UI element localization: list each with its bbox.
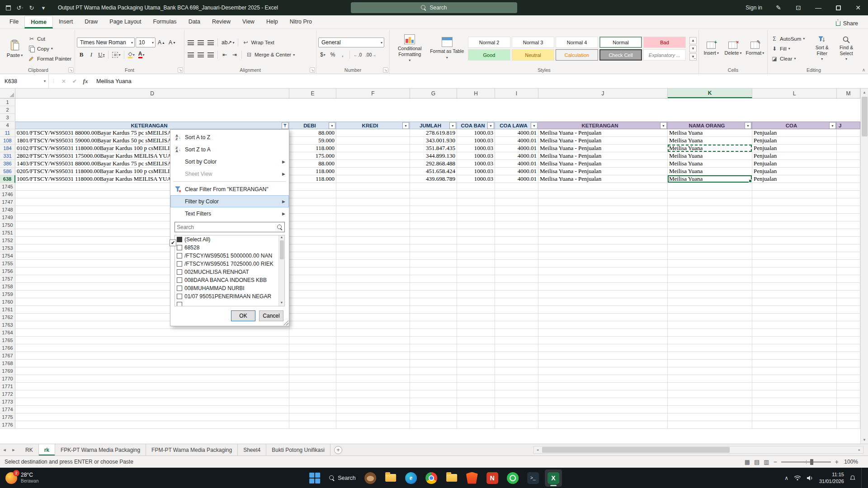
redo-icon[interactable]: ↻: [26, 2, 37, 13]
cell-H1776[interactable]: [457, 421, 495, 429]
cell-I1763[interactable]: [495, 321, 538, 329]
cell-E1755[interactable]: [289, 260, 336, 267]
row-header-1750[interactable]: 1750: [0, 221, 15, 229]
cell-H331[interactable]: 1000.03: [457, 152, 495, 160]
hidden-icons-chevron[interactable]: ∧: [784, 475, 788, 481]
merge-center-button[interactable]: ⊟Merge & Center▾: [244, 50, 296, 60]
cell-L1759[interactable]: [752, 291, 837, 298]
cell-I1771[interactable]: [495, 383, 538, 390]
cell-style-bad[interactable]: Bad: [643, 37, 686, 48]
ribbon-tab-home[interactable]: Home: [24, 16, 53, 28]
cell-K1752[interactable]: [668, 237, 752, 244]
row-header-1756[interactable]: 1756: [0, 267, 15, 275]
comma-style-button[interactable]: ,: [338, 50, 347, 60]
format-as-table-button[interactable]: Format as Table▾: [429, 31, 466, 66]
sheet-tab-bukti-potong-unifikasi[interactable]: Bukti Potong Unifikasi: [266, 444, 330, 455]
cell-K184[interactable]: Meilisa Yuana: [668, 145, 752, 152]
cell-K1757[interactable]: [668, 275, 752, 283]
paste-button[interactable]: Paste▾: [4, 31, 26, 66]
cell-E1756[interactable]: [289, 267, 336, 275]
cell-style-good[interactable]: Good: [468, 49, 510, 61]
cell-F108[interactable]: [336, 137, 410, 145]
start-button[interactable]: [306, 469, 323, 487]
cell-E1772[interactable]: [289, 390, 336, 398]
cell-L11[interactable]: Penjualan: [752, 129, 837, 137]
header-cell-K[interactable]: NAMA ORANG▼: [668, 122, 752, 129]
cell-L2[interactable]: [752, 106, 837, 114]
cell-L1773[interactable]: [752, 398, 837, 406]
cell-G1762[interactable]: [410, 314, 457, 321]
cell-H1772[interactable]: [457, 390, 495, 398]
row-header-108[interactable]: 108: [0, 137, 15, 145]
cell-M1753[interactable]: [837, 244, 860, 252]
row-header-1758[interactable]: 1758: [0, 283, 15, 291]
cell-I586[interactable]: 4000.01: [495, 168, 538, 175]
menu-sort-by-color[interactable]: Sort by Color ▶: [170, 155, 289, 168]
conditional-formatting-button[interactable]: Conditional Formatting▾: [392, 31, 428, 66]
zoom-slider-thumb[interactable]: [810, 459, 813, 465]
cell-L1766[interactable]: [752, 344, 837, 352]
cell-F386[interactable]: [336, 160, 410, 168]
ribbon-tab-view[interactable]: View: [236, 16, 260, 28]
cell-F1773[interactable]: [336, 398, 410, 406]
cell-E638[interactable]: 118.000: [289, 175, 336, 183]
cell-H1[interactable]: [457, 99, 495, 106]
cell-M1759[interactable]: [837, 291, 860, 298]
cell-H1752[interactable]: [457, 237, 495, 244]
cell-E1767[interactable]: [289, 352, 336, 360]
cell-F184[interactable]: [336, 145, 410, 152]
cell-J1745[interactable]: [538, 183, 668, 191]
filter-dropdown-button-G[interactable]: ▼: [449, 122, 456, 129]
vertical-scrollbar[interactable]: ▲ ▼: [860, 89, 868, 444]
filter-ok-button[interactable]: OK: [231, 310, 255, 321]
horizontal-scroll-thumb[interactable]: [542, 447, 730, 453]
cell-E1770[interactable]: [289, 375, 336, 383]
cell-K1767[interactable]: [668, 352, 752, 360]
filter-applied-button-D[interactable]: [282, 122, 288, 129]
column-header-K[interactable]: K: [668, 89, 752, 98]
cell-style-normal-3[interactable]: Normal 3: [512, 37, 554, 48]
filter-dropdown-button-K[interactable]: ▼: [745, 122, 751, 129]
row-header-1771[interactable]: 1771: [0, 383, 15, 390]
cell-E1771[interactable]: [289, 383, 336, 390]
cell-M1776[interactable]: [837, 421, 860, 429]
cell-D1769[interactable]: [15, 367, 289, 375]
row-header-1764[interactable]: 1764: [0, 329, 15, 337]
cell-D1773[interactable]: [15, 398, 289, 406]
cell-L638[interactable]: Penjualan: [752, 175, 837, 183]
cell-G2[interactable]: [410, 106, 457, 114]
wrap-text-button[interactable]: ↩Wrap Text: [241, 38, 275, 47]
cell-H1760[interactable]: [457, 298, 495, 306]
cell-M638[interactable]: [837, 175, 860, 183]
cell-G586[interactable]: 451.658.424: [410, 168, 457, 175]
row-header-638[interactable]: 638: [0, 175, 15, 183]
cell-F1767[interactable]: [336, 352, 410, 360]
cell-M1749[interactable]: [837, 214, 860, 221]
cell-J1746[interactable]: [538, 191, 668, 198]
cell-K1761[interactable]: [668, 306, 752, 314]
cell-H1774[interactable]: [457, 406, 495, 413]
cell-I1746[interactable]: [495, 191, 538, 198]
cell-G11[interactable]: 278.619.819: [410, 129, 457, 137]
cell-G1767[interactable]: [410, 352, 457, 360]
align-center-button[interactable]: [196, 50, 205, 60]
cell-L1753[interactable]: [752, 244, 837, 252]
cell-F1754[interactable]: [336, 252, 410, 260]
header-cell-E[interactable]: DEBI▼: [289, 122, 336, 129]
cell-H11[interactable]: 1000.03: [457, 129, 495, 137]
clear-button[interactable]: ◪Clear▾: [769, 54, 809, 63]
cell-I386[interactable]: 4000.01: [495, 160, 538, 168]
row-header-1748[interactable]: 1748: [0, 206, 15, 214]
row-header-1753[interactable]: 1753: [0, 244, 15, 252]
cell-J1764[interactable]: [538, 329, 668, 337]
cell-M1761[interactable]: [837, 306, 860, 314]
filter-cancel-button[interactable]: Cancel: [259, 310, 283, 321]
filter-dropdown-button-H[interactable]: ▼: [487, 122, 494, 129]
horizontal-scrollbar[interactable]: ◂ ▸: [533, 446, 863, 454]
cell-J1763[interactable]: [538, 321, 668, 329]
cell-E2[interactable]: [289, 106, 336, 114]
cell-E1766[interactable]: [289, 344, 336, 352]
cell-E1761[interactable]: [289, 306, 336, 314]
scroll-up-icon[interactable]: ▲: [861, 89, 868, 96]
pen-icon[interactable]: ✎: [769, 0, 788, 15]
